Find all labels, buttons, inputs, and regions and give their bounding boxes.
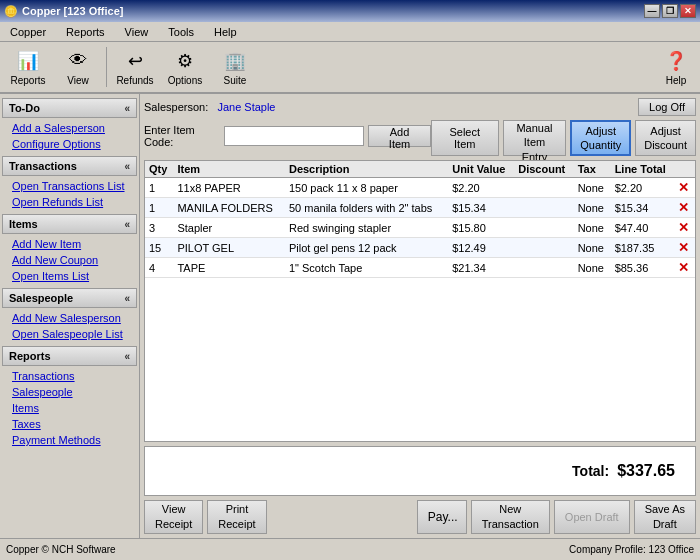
sidebar-link-payment-methods-report[interactable]: Payment Methods bbox=[2, 432, 137, 448]
col-qty: Qty bbox=[145, 161, 173, 178]
add-item-button[interactable]: Add Item bbox=[368, 125, 430, 147]
col-discount: Discount bbox=[514, 161, 573, 178]
window-title: Copper [123 Office] bbox=[22, 5, 123, 17]
toolbar-refunds-label: Refunds bbox=[116, 75, 153, 86]
cell-tax: None bbox=[574, 238, 611, 258]
cell-description: Red swinging stapler bbox=[285, 218, 448, 238]
bottom-buttons-row: ViewReceipt PrintReceipt Pay... NewTrans… bbox=[144, 500, 696, 534]
salesperson-label: Salesperson: bbox=[144, 101, 208, 113]
sidebar-link-add-new-salesperson[interactable]: Add New Salesperson bbox=[2, 310, 137, 326]
sidebar-transactions-title: Transactions bbox=[9, 160, 77, 172]
cell-line-total: $85.36 bbox=[611, 258, 675, 278]
cell-qty: 15 bbox=[145, 238, 173, 258]
status-bar: Copper © NCH Software Company Profile: 1… bbox=[0, 538, 700, 560]
cell-delete[interactable]: ✕ bbox=[674, 218, 695, 238]
adjust-quantity-button[interactable]: AdjustQuantity bbox=[570, 120, 631, 156]
sidebar-reports-header[interactable]: Reports « bbox=[2, 346, 137, 366]
table-row: 1 11x8 PAPER 150 pack 11 x 8 paper $2.20… bbox=[145, 178, 695, 198]
view-receipt-button[interactable]: ViewReceipt bbox=[144, 500, 203, 534]
toolbar: 📊 Reports 👁 View ↩ Refunds ⚙ Options 🏢 S… bbox=[0, 42, 700, 94]
sidebar-items-title: Items bbox=[9, 218, 38, 230]
sidebar-transactions-content: Open Transactions List Open Refunds List bbox=[2, 176, 137, 212]
cell-delete[interactable]: ✕ bbox=[674, 178, 695, 198]
cell-qty: 4 bbox=[145, 258, 173, 278]
delete-row-icon[interactable]: ✕ bbox=[678, 200, 689, 215]
sidebar-link-open-items-list[interactable]: Open Items List bbox=[2, 268, 137, 284]
delete-row-icon[interactable]: ✕ bbox=[678, 220, 689, 235]
manual-item-entry-button[interactable]: ManualItem Entry bbox=[503, 120, 567, 156]
cell-unit-value: $2.20 bbox=[448, 178, 514, 198]
toolbar-suite-label: Suite bbox=[224, 75, 247, 86]
sidebar-transactions-header[interactable]: Transactions « bbox=[2, 156, 137, 176]
cell-discount bbox=[514, 178, 573, 198]
save-as-draft-button[interactable]: Save AsDraft bbox=[634, 500, 696, 534]
menu-tools[interactable]: Tools bbox=[162, 25, 200, 39]
sidebar-items-header[interactable]: Items « bbox=[2, 214, 137, 234]
item-code-input[interactable] bbox=[224, 126, 364, 146]
sidebar-link-open-refunds[interactable]: Open Refunds List bbox=[2, 194, 137, 210]
cell-discount bbox=[514, 218, 573, 238]
table-row: 4 TAPE 1" Scotch Tape $21.34 None $85.36… bbox=[145, 258, 695, 278]
delete-row-icon[interactable]: ✕ bbox=[678, 240, 689, 255]
toolbar-help-button[interactable]: ❓ Help bbox=[656, 49, 696, 86]
reports-icon: 📊 bbox=[16, 49, 40, 73]
print-receipt-button[interactable]: PrintReceipt bbox=[207, 500, 266, 534]
cell-unit-value: $15.34 bbox=[448, 198, 514, 218]
sidebar-link-transactions-report[interactable]: Transactions bbox=[2, 368, 137, 384]
sidebar-link-salespeople-report[interactable]: Salespeople bbox=[2, 384, 137, 400]
new-transaction-button[interactable]: NewTransaction bbox=[471, 500, 550, 534]
options-icon: ⚙ bbox=[173, 49, 197, 73]
close-button[interactable]: ✕ bbox=[680, 4, 696, 18]
status-left: Copper © NCH Software bbox=[6, 544, 116, 555]
delete-row-icon[interactable]: ✕ bbox=[678, 180, 689, 195]
restore-button[interactable]: ❐ bbox=[662, 4, 678, 18]
sidebar-salespeople-header[interactable]: Salespeople « bbox=[2, 288, 137, 308]
sidebar-link-configure-options[interactable]: Configure Options bbox=[2, 136, 137, 152]
toolbar-reports-button[interactable]: 📊 Reports bbox=[4, 44, 52, 90]
sidebar-link-add-new-coupon[interactable]: Add New Coupon bbox=[2, 252, 137, 268]
enter-item-code-label: Enter Item Code: bbox=[144, 124, 220, 148]
cell-delete[interactable]: ✕ bbox=[674, 258, 695, 278]
toolbar-suite-button[interactable]: 🏢 Suite bbox=[211, 44, 259, 90]
delete-row-icon[interactable]: ✕ bbox=[678, 260, 689, 275]
adjust-discount-button[interactable]: AdjustDiscount bbox=[635, 120, 696, 156]
salespeople-collapse-icon: « bbox=[124, 293, 130, 304]
sidebar-salespeople-title: Salespeople bbox=[9, 292, 73, 304]
col-tax: Tax bbox=[574, 161, 611, 178]
sidebar-link-add-salesperson[interactable]: Add a Salesperson bbox=[2, 120, 137, 136]
cell-delete[interactable]: ✕ bbox=[674, 198, 695, 218]
salesperson-info: Salesperson: Jane Staple bbox=[144, 101, 276, 113]
col-line-total: Line Total bbox=[611, 161, 675, 178]
sidebar-link-taxes-report[interactable]: Taxes bbox=[2, 416, 137, 432]
cell-delete[interactable]: ✕ bbox=[674, 238, 695, 258]
cell-item: Stapler bbox=[173, 218, 285, 238]
refunds-icon: ↩ bbox=[123, 49, 147, 73]
logoff-button[interactable]: Log Off bbox=[638, 98, 696, 116]
cell-qty: 1 bbox=[145, 198, 173, 218]
col-unit-value: Unit Value bbox=[448, 161, 514, 178]
sidebar-todo-header[interactable]: To-Do « bbox=[2, 98, 137, 118]
sidebar-link-items-report[interactable]: Items bbox=[2, 400, 137, 416]
open-draft-button[interactable]: Open Draft bbox=[554, 500, 630, 534]
sidebar-reports-title: Reports bbox=[9, 350, 51, 362]
cell-unit-value: $15.80 bbox=[448, 218, 514, 238]
cell-description: 50 manila folders with 2" tabs bbox=[285, 198, 448, 218]
select-item-button[interactable]: Select Item bbox=[431, 120, 499, 156]
menu-copper[interactable]: Copper bbox=[4, 25, 52, 39]
toolbar-view-button[interactable]: 👁 View bbox=[54, 44, 102, 90]
pay-button[interactable]: Pay... bbox=[417, 500, 467, 534]
sidebar-section-items: Items « Add New Item Add New Coupon Open… bbox=[2, 214, 137, 286]
sidebar-link-open-transactions[interactable]: Open Transactions List bbox=[2, 178, 137, 194]
menu-help[interactable]: Help bbox=[208, 25, 243, 39]
menu-reports[interactable]: Reports bbox=[60, 25, 111, 39]
toolbar-refunds-button[interactable]: ↩ Refunds bbox=[111, 44, 159, 90]
items-table: Qty Item Description Unit Value Discount… bbox=[145, 161, 695, 278]
cell-tax: None bbox=[574, 258, 611, 278]
sidebar-link-open-salespeople-list[interactable]: Open Salespeople List bbox=[2, 326, 137, 342]
sidebar-link-add-new-item[interactable]: Add New Item bbox=[2, 236, 137, 252]
toolbar-options-button[interactable]: ⚙ Options bbox=[161, 44, 209, 90]
items-collapse-icon: « bbox=[124, 219, 130, 230]
menu-view[interactable]: View bbox=[119, 25, 155, 39]
title-bar: 🪙 Copper [123 Office] — ❐ ✕ bbox=[0, 0, 700, 22]
minimize-button[interactable]: — bbox=[644, 4, 660, 18]
